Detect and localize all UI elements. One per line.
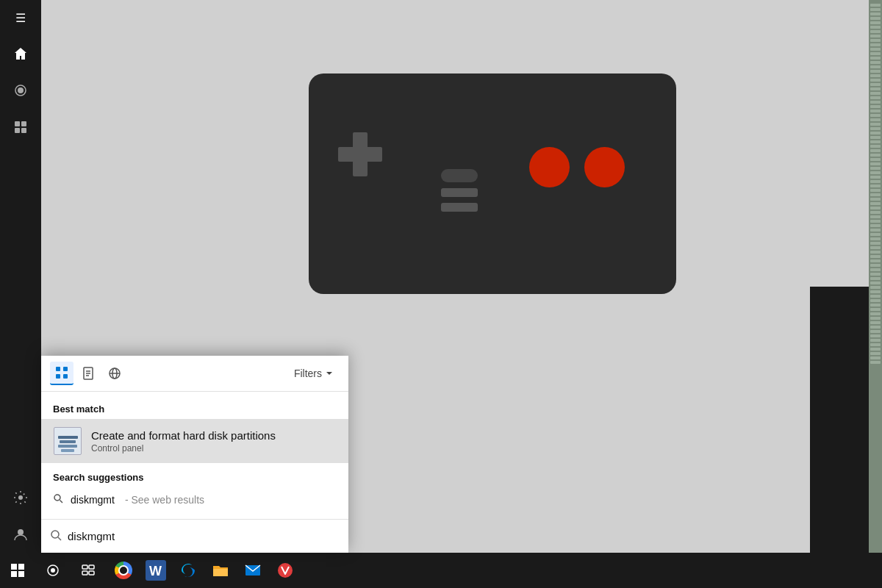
filters-button[interactable]: Filters [288, 365, 340, 382]
sidebar-bottom [0, 479, 41, 553]
svg-rect-8 [56, 367, 60, 371]
filters-label: Filters [294, 368, 322, 379]
best-match-subtitle: Control panel [91, 443, 276, 453]
taskbar-mail-icon[interactable] [238, 556, 268, 585]
svg-rect-23 [11, 564, 17, 570]
svg-rect-32 [89, 571, 94, 575]
taskbar: W [0, 553, 882, 588]
hamburger-menu[interactable]: ☰ [0, 0, 41, 35]
svg-point-6 [18, 495, 23, 500]
svg-point-21 [51, 531, 59, 538]
right-panel-decoration [810, 287, 869, 588]
svg-rect-4 [15, 128, 20, 133]
svg-rect-9 [63, 367, 68, 371]
svg-point-7 [18, 529, 24, 535]
svg-rect-24 [18, 564, 24, 570]
search-popup: Filters Best match Create and format har… [41, 356, 348, 553]
search-popup-header: Filters [41, 356, 348, 392]
sidebar-item-cortana[interactable] [0, 72, 41, 109]
center-buttons [441, 169, 478, 212]
sidebar-item-user[interactable] [0, 516, 41, 553]
taskbar-edge-icon[interactable] [173, 556, 203, 585]
svg-line-22 [58, 537, 61, 540]
left-sidebar: ☰ [0, 0, 41, 553]
svg-rect-5 [21, 128, 26, 133]
search-bar [41, 519, 348, 553]
start-button[interactable] [0, 553, 35, 588]
right-scrollbar [869, 0, 882, 588]
taskbar-vivaldi-icon[interactable] [270, 556, 300, 585]
taskbar-task-view-button[interactable] [71, 553, 106, 588]
svg-rect-31 [82, 571, 87, 575]
filter-docs-icon[interactable] [76, 362, 100, 385]
best-match-header: Best match [41, 399, 348, 419]
suggestion-suffix: - See web results [125, 494, 204, 506]
svg-point-19 [54, 495, 60, 501]
svg-point-36 [278, 563, 293, 578]
svg-line-20 [60, 501, 63, 503]
a-button [584, 147, 625, 187]
taskbar-chrome-icon[interactable] [109, 556, 138, 585]
sidebar-item-home[interactable] [0, 35, 41, 72]
search-input[interactable] [68, 530, 340, 542]
search-suggestion-icon [53, 493, 63, 506]
sidebar-item-notifications[interactable] [0, 109, 41, 146]
word-icon: W [146, 560, 166, 581]
b-button [529, 147, 570, 187]
svg-rect-11 [63, 374, 68, 379]
nes-controller-decoration [309, 74, 676, 294]
svg-point-1 [18, 87, 24, 93]
taskbar-cortana-button[interactable] [35, 553, 71, 588]
svg-rect-29 [82, 565, 87, 569]
svg-point-28 [51, 568, 55, 573]
svg-rect-2 [15, 121, 20, 126]
ab-buttons [529, 147, 625, 187]
svg-rect-3 [21, 121, 26, 126]
suggestions-header: Search suggestions [41, 467, 348, 487]
filter-web-icon[interactable] [103, 362, 126, 385]
svg-rect-26 [18, 571, 24, 577]
disk-management-icon [53, 426, 82, 456]
svg-text:W: W [149, 564, 162, 578]
svg-rect-10 [56, 374, 60, 379]
best-match-title: Create and format hard disk partitions [91, 429, 276, 442]
filter-apps-icon[interactable] [50, 362, 74, 385]
svg-rect-30 [89, 565, 94, 569]
sidebar-item-settings[interactable] [0, 479, 41, 516]
search-suggestion-item[interactable]: diskmgmt - See web results [41, 487, 348, 512]
search-bar-icon [50, 529, 62, 543]
edge-icon [179, 562, 197, 579]
taskbar-icons: W [109, 556, 300, 585]
mail-icon [244, 562, 262, 579]
search-popup-body: Best match Create and format hard disk p… [41, 392, 348, 519]
taskbar-word-icon[interactable]: W [141, 556, 171, 585]
dpad [353, 132, 368, 176]
svg-rect-25 [11, 571, 17, 577]
vivaldi-icon [276, 562, 294, 579]
best-match-result[interactable]: Create and format hard disk partitions C… [41, 419, 348, 463]
suggestion-text: diskmgmt [71, 494, 115, 506]
best-match-text: Create and format hard disk partitions C… [91, 429, 276, 453]
file-explorer-icon [212, 562, 229, 579]
taskbar-file-explorer-icon[interactable] [206, 556, 235, 585]
chrome-icon [115, 562, 132, 579]
